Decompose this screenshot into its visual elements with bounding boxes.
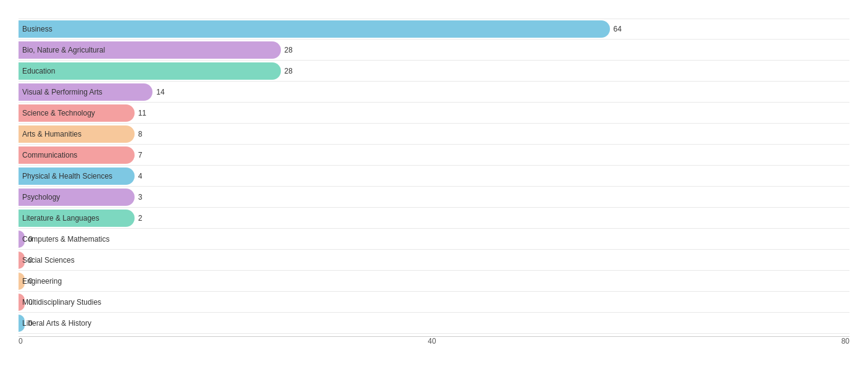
bar: Social Sciences [19,252,25,269]
x-tick: 0 [19,337,23,345]
bar-row: Computers & Mathematics 0 [19,229,849,250]
bar-container: Business 64 [19,19,849,39]
bar-label: Communications [22,151,77,159]
bar-row: Social Sciences 0 [19,250,849,271]
bar-row: Psychology 3 [19,187,849,208]
bar-value: 0 [28,235,33,244]
bar-value: 14 [156,88,164,96]
bar-value: 0 [28,319,33,328]
bar-container: Bio, Nature & Agricultural 28 [19,40,849,60]
bar-container: Physical & Health Sciences 4 [19,166,849,186]
bar: Physical & Health Sciences [19,167,135,185]
bar-container: Arts & Humanities 8 [19,124,849,144]
bar-label: Physical & Health Sciences [22,172,112,180]
x-tick: 40 [428,337,436,345]
bar-container: Engineering 0 [19,271,849,291]
bar: Computers & Mathematics [19,231,25,248]
bar-value: 4 [138,172,143,180]
bar: Communications [19,146,135,164]
bar: Science & Technology [19,104,135,122]
bar-value: 28 [285,46,293,54]
bar-container: Multidisciplinary Studies 0 [19,292,849,312]
bar-label: Literature & Languages [22,214,99,223]
bar-row: Literature & Languages 2 [19,208,849,229]
bar-container: Computers & Mathematics 0 [19,229,849,249]
bar-label: Bio, Nature & Agricultural [22,46,105,54]
bar: Arts & Humanities [19,125,135,143]
bar-row: Business 64 [19,19,849,40]
bar-container: Social Sciences 0 [19,250,849,270]
bar: Visual & Performing Arts [19,83,152,101]
bar-container: Psychology 3 [19,187,849,207]
bar-container: Education 28 [19,61,849,81]
bar: Liberal Arts & History [19,315,25,332]
bar-row: Bio, Nature & Agricultural 28 [19,40,849,61]
bar-value: 3 [138,193,143,201]
bars-container: Business 64 Bio, Nature & Agricultural 2… [19,19,849,334]
bar: Psychology [19,189,135,206]
bar-label: Business [22,25,52,33]
bar: Education [19,62,281,80]
bar-value: 0 [28,298,33,307]
bar-label: Multidisciplinary Studies [22,298,101,307]
bar-value: 0 [28,256,33,265]
bar-label: Visual & Performing Arts [22,88,102,96]
bar-row: Arts & Humanities 8 [19,124,849,145]
bar-label: Psychology [22,193,60,201]
bar-container: Liberal Arts & History 0 [19,313,849,333]
bar-row: Visual & Performing Arts 14 [19,82,849,103]
bar-value: 28 [285,67,293,75]
bar-value: 64 [614,25,622,33]
bar-container: Science & Technology 11 [19,103,849,123]
chart-area: Business 64 Bio, Nature & Agricultural 2… [19,19,849,345]
x-tick: 80 [841,337,849,345]
bar-value: 7 [138,151,143,159]
bar: Business [19,20,610,38]
bar-value: 8 [138,130,143,138]
bar-row: Engineering 0 [19,271,849,292]
bar-row: Physical & Health Sciences 4 [19,166,849,187]
bar-label: Education [22,67,55,75]
bar: Engineering [19,273,25,290]
bar-row: Multidisciplinary Studies 0 [19,292,849,313]
bar-row: Communications 7 [19,145,849,166]
bar-row: Liberal Arts & History 0 [19,313,849,334]
bar-container: Communications 7 [19,145,849,165]
bar-row: Education 28 [19,61,849,82]
bar: Multidisciplinary Studies [19,294,25,311]
bar-value: 2 [138,214,143,223]
bar-value: 11 [138,109,146,117]
bar-label: Computers & Mathematics [22,235,109,244]
bar-row: Science & Technology 11 [19,103,849,124]
x-axis: 04080 [19,336,849,345]
bar: Bio, Nature & Agricultural [19,41,281,59]
bar: Literature & Languages [19,210,135,227]
bar-value: 0 [28,277,33,286]
bar-label: Science & Technology [22,109,95,117]
bar-container: Visual & Performing Arts 14 [19,82,849,102]
bar-container: Literature & Languages 2 [19,208,849,228]
bar-label: Arts & Humanities [22,130,81,138]
